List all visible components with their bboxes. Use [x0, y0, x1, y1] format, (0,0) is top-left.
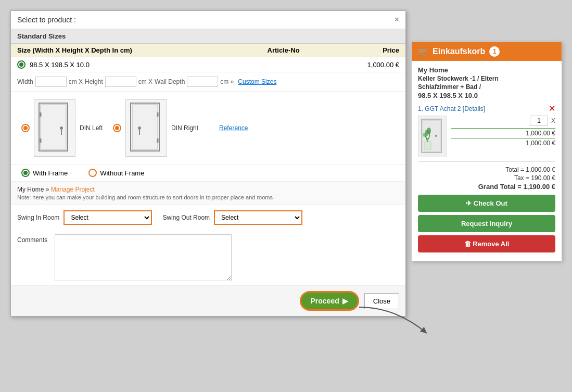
svg-rect-7 — [132, 105, 158, 149]
din-left-door-svg — [36, 102, 73, 154]
din-left-option: DIN Left — [21, 99, 103, 157]
comments-textarea[interactable] — [55, 234, 232, 281]
col-article-header: Article-No — [230, 46, 337, 54]
my-home-text: My Home — [17, 186, 44, 193]
cart-body: My Home Keller Stockwerk -1 / Eltern Sch… — [412, 61, 562, 261]
col-size-header: Size (Width X Height X Depth In cm) — [17, 46, 230, 54]
proceed-button[interactable]: Proceed ▶ — [300, 291, 359, 311]
svg-point-8 — [138, 127, 141, 130]
svg-rect-15 — [425, 142, 431, 149]
cart-location: My Home — [418, 66, 555, 74]
door-selection-area: DIN Left DIN Right Reference — [11, 92, 405, 165]
remove-all-label: Remove All — [473, 240, 509, 248]
din-left-label: DIN Left — [80, 124, 103, 132]
height-input[interactable] — [105, 77, 136, 87]
room-selects-row: Swing In Room Select Swing Out Room Sele… — [11, 205, 405, 230]
cart-item-details: X 1,000.00 € 1,000.00 € — [451, 116, 555, 147]
svg-point-14 — [435, 135, 437, 137]
cart-total-line: Total = 1,000.00 € — [418, 166, 555, 173]
remove-all-button[interactable]: 🗑 Remove All — [418, 235, 555, 252]
din-left-door-image — [34, 99, 75, 157]
table-row: 98.5 X 198.5 X 10.0 1,000.00 € — [11, 57, 405, 72]
with-frame-label: With Frame — [33, 169, 68, 177]
manage-project-link[interactable]: Manage Project — [51, 186, 95, 193]
proceed-label: Proceed — [311, 297, 339, 305]
comments-section: Comments — [11, 230, 405, 286]
without-frame-option: Without Frame — [88, 169, 144, 177]
standard-sizes-header: Standard Sizes — [11, 29, 405, 44]
comments-label: Comments — [17, 236, 48, 244]
project-arrow: » — [46, 186, 51, 193]
height-unit: cm X — [138, 78, 152, 85]
din-right-radio[interactable] — [113, 124, 121, 132]
width-label: Width — [17, 78, 33, 85]
cart-item-price: 1,000.00 € — [451, 128, 555, 137]
cart-item-header-row: 1. GGT Achat 2 [Details] ✕ — [418, 104, 555, 113]
cart-qty-x[interactable]: X — [551, 117, 555, 124]
without-frame-radio[interactable] — [88, 169, 97, 177]
dialog-title-bar: Select to product : × — [11, 11, 405, 29]
swing-in-room-select[interactable]: Select — [63, 210, 152, 225]
without-frame-label: Without Frame — [100, 169, 144, 177]
cart-tax-line: Tax = 190.00 € — [418, 174, 555, 182]
cart-item-image — [418, 116, 447, 157]
svg-point-18 — [423, 133, 427, 137]
row-price: 1,000.00 € — [337, 61, 399, 69]
col-price-header: Price — [337, 46, 399, 54]
project-note: Note: here you can make your building an… — [17, 194, 399, 200]
cart-item-name-link[interactable]: 1. GGT Achat 2 [Details] — [418, 105, 485, 112]
cart-header: 🛒 Einkaufskorb 1 — [412, 42, 562, 61]
cart-title: Einkaufskorb — [433, 47, 485, 56]
reference-link[interactable]: Reference — [219, 124, 248, 132]
checkout-label: Check Out — [474, 199, 507, 207]
height-label: Height — [85, 78, 103, 85]
close-button[interactable]: Close — [364, 293, 399, 309]
wall-depth-unit: cm » — [220, 78, 234, 85]
dialog-close-button[interactable]: × — [395, 15, 399, 24]
main-dialog: Select to product : × Standard Sizes Siz… — [10, 10, 406, 317]
custom-sizes-row: Width cm X Height cm X Wall Depth cm » C… — [11, 72, 405, 92]
swing-in-room-label: Swing In Room — [17, 214, 59, 221]
cart-panel: 🛒 Einkaufskorb 1 My Home Keller Stockwer… — [411, 42, 562, 261]
swing-out-room-select[interactable]: Select — [214, 210, 302, 225]
cart-item-total-price: 1,000.00 € — [451, 138, 555, 147]
cart-item-remove-button[interactable]: ✕ — [549, 104, 555, 113]
frame-options: With Frame Without Frame — [11, 165, 405, 182]
cart-qty-input[interactable] — [530, 116, 548, 126]
with-frame-radio[interactable] — [21, 169, 30, 177]
swing-out-room-group: Swing Out Room Select — [162, 210, 302, 225]
din-right-door-svg — [128, 102, 164, 154]
cart-item-content-row: X 1,000.00 € 1,000.00 € — [418, 116, 555, 157]
table-header: Size (Width X Height X Depth In cm) Arti… — [11, 44, 405, 57]
custom-sizes-link[interactable]: Custom Sizes — [238, 78, 276, 85]
row-radio[interactable] — [17, 60, 30, 69]
wall-depth-input[interactable] — [187, 77, 218, 87]
wall-depth-label: Wall Depth — [155, 78, 185, 85]
dialog-title: Select to product : — [17, 16, 76, 24]
checkout-button[interactable]: ✈ Check Out — [418, 195, 555, 212]
cart-badge: 1 — [489, 46, 500, 57]
width-input[interactable] — [35, 77, 67, 87]
swing-out-room-label: Swing Out Room — [162, 214, 210, 221]
project-section: My Home » Manage Project Note: here you … — [11, 182, 405, 205]
request-inquiry-button[interactable]: Request Inquiry — [418, 215, 555, 232]
size-radio-button[interactable] — [17, 60, 26, 69]
cart-qty-row: X — [451, 116, 555, 126]
cart-icon: 🛒 — [418, 47, 428, 57]
cart-sublocation: Keller Stockwerk -1 / Eltern — [418, 75, 555, 82]
swing-in-room-group: Swing In Room Select — [17, 210, 152, 225]
proceed-arrow-icon: ▶ — [342, 297, 348, 305]
row-size: 98.5 X 198.5 X 10.0 — [30, 61, 234, 69]
din-right-door-image — [125, 99, 167, 157]
svg-point-2 — [60, 127, 63, 130]
cart-door-svg — [421, 118, 444, 155]
cart-divider — [418, 161, 555, 162]
with-frame-option: With Frame — [21, 169, 68, 177]
trash-icon: 🗑 — [464, 240, 473, 248]
svg-point-17 — [427, 128, 431, 134]
width-unit: cm X — [69, 78, 83, 85]
checkout-icon: ✈ — [466, 199, 474, 207]
dialog-footer: Proceed ▶ Close — [11, 286, 405, 316]
din-right-label: DIN Right — [171, 124, 198, 132]
din-left-radio[interactable] — [21, 124, 30, 132]
